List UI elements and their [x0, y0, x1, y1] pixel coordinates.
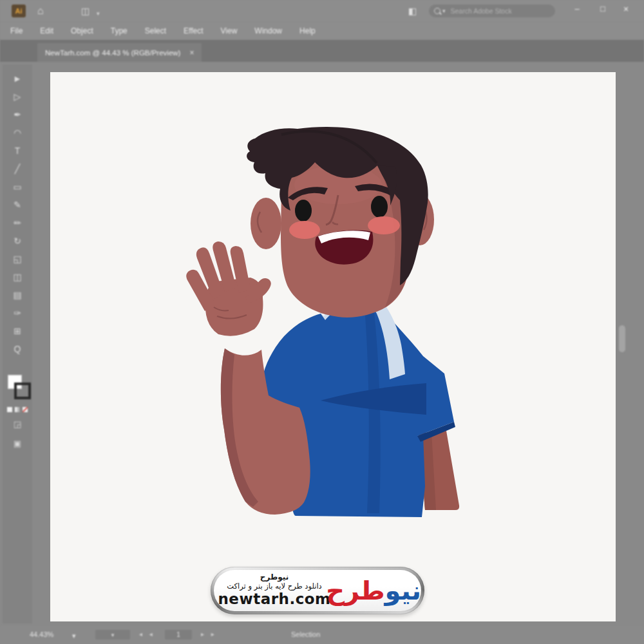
stroke-color-swatch[interactable] [14, 383, 31, 399]
watermark-text-block: نیوطرح دانلود طرح لایه باز بنر و تراکت n… [214, 573, 339, 607]
waving-hand [186, 242, 271, 336]
logo-part-red: طرح [326, 576, 384, 605]
menu-object[interactable]: Object [71, 26, 93, 35]
document-tab-title: NewTarh.com @ 44.43 % (RGB/Preview) [45, 49, 180, 57]
line-segment-tool[interactable]: ╱ [8, 160, 26, 178]
eyedropper-tool[interactable]: ✑ [8, 304, 26, 322]
tools-panel: ► ▷ ✒ ◠ T ╱ ▭ ✎ ✏ ↻ ◱ ◫ ▤ ✑ ⊞ Q ◲ ▣ [3, 64, 32, 623]
color-mode-row [7, 407, 28, 412]
curvature-tool[interactable]: ◠ [8, 124, 26, 142]
gradient-button[interactable] [15, 407, 20, 412]
illustrator-app-icon[interactable]: Ai [12, 5, 26, 17]
search-placeholder: Search Adobe Stock [451, 7, 512, 15]
arrange-documents-icon[interactable]: ◫ [81, 3, 90, 19]
newtarh-logo: نیوطرح [339, 570, 421, 611]
search-icon [434, 8, 440, 14]
zoom-caret-icon[interactable]: ▾ [72, 632, 76, 640]
none-button[interactable] [23, 407, 28, 412]
menu-effect[interactable]: Effect [184, 26, 203, 35]
artboard-menu[interactable]: ▾ [95, 630, 130, 639]
menu-window[interactable]: Window [254, 26, 282, 35]
document-tab-bar: NewTarh.com @ 44.43 % (RGB/Preview) × [0, 40, 644, 62]
gradient-tool[interactable]: ▤ [8, 286, 26, 304]
rotate-tool[interactable]: ↻ [8, 232, 26, 250]
type-tool[interactable]: T [8, 142, 26, 160]
menu-type[interactable]: Type [111, 26, 128, 35]
rectangle-tool[interactable]: ▭ [8, 178, 26, 196]
watermark-subtitle-fa: دانلود طرح لایه باز بنر و تراکت [214, 582, 335, 591]
zoom-level[interactable]: 44.43% [30, 630, 53, 638]
illustrator-window: Ai ⌂ ◫ ▾ ◧ ▾ Search Adobe Stock – □ × Fi… [0, 0, 644, 644]
menu-bar: File Edit Object Type Select Effect View… [0, 22, 644, 40]
direct-selection-tool[interactable]: ▷ [8, 88, 26, 106]
artboard-nav-back-icons[interactable]: ◂ ◂ [139, 630, 155, 638]
maximize-button[interactable]: □ [596, 4, 609, 14]
artboard-menu-caret-icon: ▾ [111, 632, 115, 638]
fill-stroke-swatches [6, 375, 28, 403]
menu-select[interactable]: Select [145, 26, 166, 35]
pencil-tool[interactable]: ✏ [8, 214, 26, 232]
color-button[interactable] [7, 407, 12, 412]
artboard-nav-forward-icons[interactable]: ▸ ▸ [201, 630, 217, 638]
close-button[interactable]: × [620, 4, 632, 14]
arrange-documents-caret[interactable]: ▾ [97, 6, 100, 21]
newtarh-watermark-badge: نیوطرح دانلود طرح لایه باز بنر و تراکت n… [211, 567, 424, 614]
watermark-title-fa: نیوطرح [214, 573, 335, 582]
vertical-scrollbar-thumb[interactable] [619, 325, 625, 352]
scale-tool[interactable]: ◱ [8, 250, 26, 268]
waving-boy-illustration [184, 126, 460, 521]
search-box[interactable]: ▾ Search Adobe Stock [429, 5, 555, 17]
search-caret-icon[interactable]: ▾ [442, 8, 446, 14]
artboard-number-field[interactable]: 1 [165, 630, 192, 639]
title-bar: Ai ⌂ ◫ ▾ ◧ ▾ Search Adobe Stock – □ × [0, 0, 644, 22]
status-label: Selection [291, 630, 320, 638]
watermark-inner: نیوطرح دانلود طرح لایه باز بنر و تراکت n… [214, 570, 421, 611]
menu-edit[interactable]: Edit [40, 26, 53, 35]
draw-mode-button[interactable]: ◲ [8, 416, 26, 431]
status-bar: 44.43% ▾ ▾ ◂ ◂ 1 ▸ ▸ Selection [0, 626, 644, 644]
menu-file[interactable]: File [10, 26, 23, 35]
zoom-tool[interactable]: Q [8, 340, 26, 358]
menu-view[interactable]: View [221, 26, 238, 35]
pen-tool[interactable]: ✒ [8, 106, 26, 124]
screen-mode-button[interactable]: ▣ [8, 435, 26, 451]
home-icon[interactable]: ⌂ [37, 3, 44, 19]
shape-builder-tool[interactable]: ◫ [8, 268, 26, 286]
document-tab-close-icon[interactable]: × [189, 48, 194, 57]
watermark-domain: newtarh.com [214, 591, 335, 607]
paintbrush-tool[interactable]: ✎ [8, 196, 26, 214]
right-arm [419, 431, 459, 510]
artboard-canvas[interactable]: نیوطرح دانلود طرح لایه باز بنر و تراکت n… [50, 72, 616, 621]
workspace-layout-icon[interactable]: ◧ [408, 3, 417, 19]
selection-tool[interactable]: ► [8, 70, 26, 88]
artboard-tool[interactable]: ⊞ [8, 322, 26, 340]
menu-help[interactable]: Help [299, 26, 316, 35]
minimize-button[interactable]: – [571, 4, 583, 14]
logo-part-blue: نیو [385, 576, 421, 605]
document-tab[interactable]: NewTarh.com @ 44.43 % (RGB/Preview) × [37, 43, 202, 62]
